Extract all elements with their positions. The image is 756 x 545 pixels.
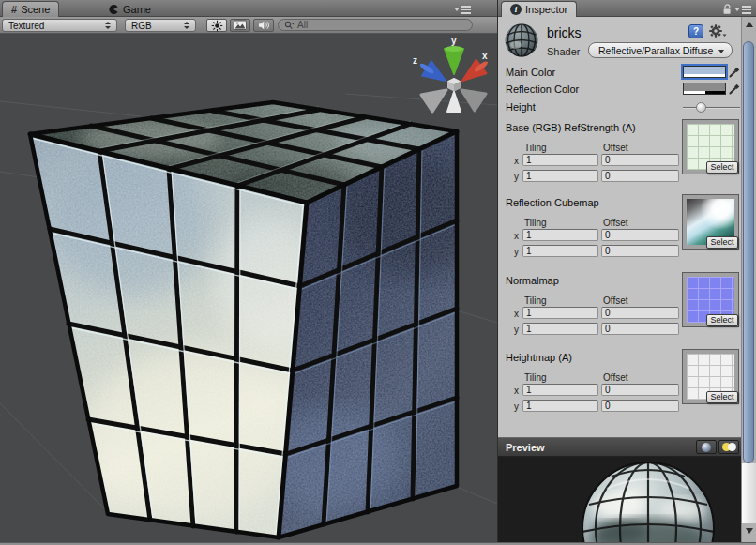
search-icon bbox=[284, 21, 295, 30]
render-mode-dropdown[interactable]: Textured bbox=[2, 19, 117, 32]
y-axis-label: y bbox=[514, 247, 519, 257]
tiling-y-input[interactable] bbox=[522, 170, 598, 182]
sphere-icon bbox=[702, 443, 711, 452]
scene-cube[interactable] bbox=[30, 102, 483, 537]
tab-game-label: Game bbox=[123, 4, 151, 15]
scene-tabbar: # Scene Game bbox=[0, 0, 497, 17]
dropdown-arrows-icon bbox=[184, 22, 189, 29]
offset-x-input[interactable] bbox=[601, 154, 679, 166]
axis-x-label: x bbox=[482, 51, 488, 61]
shader-dropdown[interactable]: Reflective/Parallax Diffuse bbox=[588, 42, 733, 58]
material-name: bricks bbox=[547, 25, 582, 40]
slider-handle[interactable] bbox=[696, 102, 706, 113]
tab-inspector-label: Inspector bbox=[525, 4, 567, 15]
axis-y-label: y bbox=[451, 36, 457, 46]
tiling-x-input[interactable] bbox=[522, 384, 598, 396]
x-axis-label: x bbox=[514, 386, 519, 396]
grid-icon: # bbox=[11, 4, 17, 15]
image-icon bbox=[234, 20, 247, 31]
gear-icon[interactable] bbox=[708, 23, 727, 38]
offset-y-input[interactable] bbox=[601, 323, 679, 335]
x-axis-label: x bbox=[514, 231, 519, 241]
tiling-y-input[interactable] bbox=[522, 323, 598, 335]
tab-inspector[interactable]: i Inspector bbox=[501, 1, 577, 17]
height-slider[interactable] bbox=[683, 101, 740, 114]
y-axis-label: y bbox=[514, 172, 519, 182]
reflection-color-swatch[interactable] bbox=[683, 83, 726, 95]
texture-property-label: Base (RGB) RefStrength (A) bbox=[506, 122, 636, 133]
scene-panel: y x z # Scene Game Texture bbox=[0, 0, 497, 545]
unity-editor-window: y x z # Scene Game Texture bbox=[0, 0, 756, 545]
scrollbar-track[interactable] bbox=[742, 463, 756, 523]
offset-header: Offset bbox=[603, 295, 628, 306]
texture-property-label: Heightmap (A) bbox=[506, 352, 572, 363]
tiling-header: Tiling bbox=[524, 143, 547, 153]
shader-label: Shader bbox=[547, 46, 580, 57]
texture-property-label: Normalmap bbox=[506, 275, 559, 286]
lock-icon[interactable] bbox=[722, 3, 733, 15]
scene-lighting-toggle[interactable] bbox=[206, 19, 227, 32]
offset-header: Offset bbox=[603, 218, 628, 228]
texture-section-cubemap: Reflection Cubemap Tiling Offset x y Sel… bbox=[498, 197, 741, 272]
select-button[interactable]: Select bbox=[706, 236, 738, 249]
inspector-panel-menu-icon[interactable] bbox=[734, 6, 751, 14]
scene-panel-menu-icon[interactable] bbox=[454, 6, 471, 14]
scroll-up-icon[interactable] bbox=[742, 17, 756, 32]
offset-x-input[interactable] bbox=[601, 229, 679, 241]
tiling-header: Tiling bbox=[524, 372, 547, 383]
preview-material-sphere bbox=[498, 457, 741, 542]
tiling-y-input[interactable] bbox=[522, 400, 598, 412]
scene-viewport[interactable]: y x z bbox=[0, 0, 497, 545]
color-mode-value: RGB bbox=[131, 21, 178, 31]
offset-header: Offset bbox=[603, 143, 628, 153]
preview-lighting-button[interactable] bbox=[718, 440, 739, 454]
tiling-x-input[interactable] bbox=[522, 154, 598, 166]
scene-search-field[interactable]: All bbox=[278, 19, 473, 31]
axis-z-label: z bbox=[413, 55, 417, 66]
eyedropper-icon[interactable] bbox=[728, 66, 741, 79]
tiling-y-input[interactable] bbox=[522, 245, 598, 257]
tiling-header: Tiling bbox=[524, 295, 547, 306]
reflection-color-label: Reflection Color bbox=[506, 83, 579, 95]
scrollbar-thumb[interactable] bbox=[743, 41, 754, 463]
scroll-down-icon[interactable] bbox=[742, 523, 756, 538]
offset-x-input[interactable] bbox=[601, 384, 679, 396]
preview-area[interactable] bbox=[498, 457, 741, 542]
help-icon[interactable]: ? bbox=[688, 24, 703, 38]
inspector-scrollbar[interactable] bbox=[741, 17, 756, 542]
texture-section-base: Base (RGB) RefStrength (A) Tiling Offset… bbox=[498, 122, 741, 197]
offset-y-input[interactable] bbox=[601, 170, 679, 182]
select-button[interactable]: Select bbox=[706, 161, 738, 174]
x-axis-label: x bbox=[514, 309, 519, 319]
game-icon bbox=[108, 4, 119, 15]
search-text: All bbox=[297, 20, 308, 30]
offset-y-input[interactable] bbox=[601, 400, 679, 412]
material-preview-thumbnail bbox=[504, 23, 539, 58]
offset-x-input[interactable] bbox=[601, 307, 679, 319]
shader-value: Reflective/Parallax Diffuse bbox=[598, 45, 713, 56]
tiling-header: Tiling bbox=[524, 218, 547, 228]
sun-icon bbox=[211, 20, 223, 32]
main-color-swatch[interactable] bbox=[683, 66, 726, 78]
scene-toolbar: Textured RGB bbox=[0, 17, 497, 34]
dropdown-arrows-icon bbox=[105, 22, 111, 29]
scene-audio-toggle[interactable] bbox=[253, 19, 274, 32]
tab-game[interactable]: Game bbox=[99, 1, 159, 17]
info-icon: i bbox=[510, 4, 522, 15]
texture-property-label: Reflection Cubemap bbox=[506, 197, 599, 208]
inspector-panel: i Inspector bbox=[497, 0, 756, 545]
color-mode-dropdown[interactable]: RGB bbox=[125, 19, 196, 32]
offset-y-input[interactable] bbox=[601, 245, 679, 257]
tab-scene-label: Scene bbox=[21, 4, 50, 15]
scene-skybox-toggle[interactable] bbox=[230, 19, 250, 32]
tab-scene[interactable]: # Scene bbox=[2, 1, 59, 17]
preview-sphere-button[interactable] bbox=[696, 440, 717, 454]
speaker-icon bbox=[258, 20, 270, 31]
eyedropper-icon[interactable] bbox=[728, 83, 741, 96]
texture-section-heightmap: Heightmap (A) Tiling Offset x y Select bbox=[498, 352, 741, 427]
select-button[interactable]: Select bbox=[706, 391, 738, 403]
tiling-x-input[interactable] bbox=[522, 307, 598, 319]
y-axis-label: y bbox=[514, 401, 519, 412]
tiling-x-input[interactable] bbox=[522, 229, 598, 241]
select-button[interactable]: Select bbox=[706, 314, 738, 326]
